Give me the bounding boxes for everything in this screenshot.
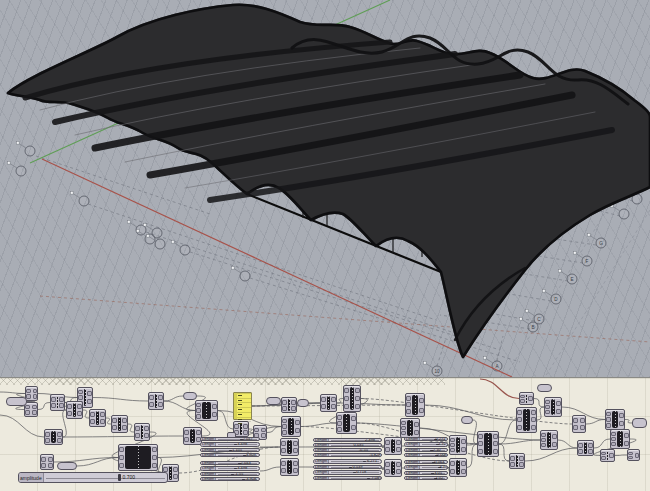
- gh-component[interactable]: [516, 407, 537, 433]
- grid-bubble[interactable]: [8, 162, 27, 177]
- annotation-dashed-line: [497, 336, 503, 361]
- grid-bubble[interactable]: [232, 267, 251, 282]
- grasshopper-canvas[interactable]: amplitude0.700Length2.047Length3.498Leng…: [0, 377, 650, 491]
- gh-number-slider[interactable]: Length0.006: [404, 453, 448, 457]
- leader-end-marker: [128, 221, 131, 224]
- gh-component[interactable]: [449, 458, 467, 477]
- gh-param-pill[interactable]: [183, 392, 197, 400]
- gh-component[interactable]: [400, 418, 420, 438]
- grid-bubble[interactable]: A: [484, 357, 503, 372]
- gh-component[interactable]: [605, 409, 625, 430]
- gh-slider-stack[interactable]: Length2.043Length3.498Length-1.55Length-…: [200, 461, 260, 481]
- gh-slider-stack[interactable]: Length2.047Length3.498Length1.155Length3…: [200, 437, 260, 457]
- gh-number-slider[interactable]: Length0.718: [313, 470, 382, 475]
- gh-component[interactable]: [336, 412, 357, 434]
- gh-component[interactable]: [89, 409, 106, 427]
- gh-param-pill[interactable]: [57, 462, 77, 470]
- gh-component[interactable]: [280, 458, 299, 476]
- grid-bubble[interactable]: [128, 221, 147, 236]
- gh-number-slider[interactable]: Length-5.828: [313, 453, 382, 457]
- gh-component[interactable]: [134, 423, 150, 441]
- grid-bubble[interactable]: [611, 205, 630, 220]
- gh-number-slider[interactable]: Length-1.55: [200, 472, 260, 476]
- gh-number-slider[interactable]: Length1.02: [404, 476, 448, 480]
- gh-number-slider[interactable]: Length-0.55: [313, 448, 382, 452]
- gh-component[interactable]: [577, 440, 594, 456]
- gh-number-slider[interactable]: Length1.70: [404, 442, 448, 446]
- gh-param-pill[interactable]: [537, 384, 552, 392]
- gh-component[interactable]: [66, 401, 83, 419]
- gh-number-slider[interactable]: Length2.047: [200, 437, 260, 441]
- grid-bubble[interactable]: C: [526, 310, 545, 325]
- gh-slider-stack[interactable]: Length0.563Length4.70Length-3.05Length1.…: [404, 460, 448, 480]
- gh-component[interactable]: [320, 394, 337, 412]
- gh-number-slider[interactable]: Length0.563: [404, 460, 448, 464]
- gh-component[interactable]: [25, 386, 38, 401]
- gh-number-slider[interactable]: Length0.275: [404, 437, 448, 441]
- gh-number-slider[interactable]: Length0.035: [313, 443, 382, 447]
- gh-component[interactable]: [600, 449, 615, 462]
- gh-component[interactable]: [572, 415, 586, 433]
- gh-wire: [164, 396, 183, 401]
- gh-component[interactable]: [477, 431, 499, 457]
- gh-component[interactable]: [343, 385, 361, 412]
- grid-bubble[interactable]: F: [574, 252, 593, 267]
- rhino-perspective-viewport[interactable]: 10AGFEDCB: [0, 0, 650, 377]
- gh-component[interactable]: [519, 392, 534, 405]
- gh-number-slider[interactable]: Length4.70: [404, 465, 448, 469]
- gh-component[interactable]: [111, 415, 128, 433]
- gh-component[interactable]: [544, 397, 562, 417]
- grid-bubble[interactable]: G: [588, 234, 607, 249]
- gh-param-pill[interactable]: [266, 397, 281, 405]
- gh-component[interactable]: [540, 430, 558, 450]
- leader-end-marker: [17, 142, 20, 145]
- gh-number-slider[interactable]: Length1.155: [200, 448, 260, 452]
- gh-number-slider[interactable]: Length6.271: [313, 459, 382, 464]
- grid-bubble[interactable]: 10: [424, 362, 443, 377]
- grid-bubble[interactable]: [172, 241, 191, 256]
- grid-bubble[interactable]: D: [543, 290, 562, 305]
- gh-data-panel[interactable]: [233, 392, 252, 420]
- gh-component[interactable]: [610, 429, 630, 449]
- gh-component[interactable]: [281, 397, 297, 413]
- gh-component[interactable]: [44, 429, 63, 445]
- gh-number-slider[interactable]: Length2.043: [200, 461, 260, 465]
- gh-slider-stack[interactable]: Length6.271Length0.539Length0.718Length-…: [313, 459, 382, 480]
- gh-number-slider[interactable]: Length-3.908: [200, 477, 260, 481]
- gh-component[interactable]: [627, 449, 640, 461]
- gh-number-slider[interactable]: Length-7.085: [313, 476, 382, 481]
- grid-bubble-label: F: [586, 259, 589, 264]
- gh-param-pill[interactable]: [6, 397, 27, 406]
- gh-number-slider[interactable]: Length0.539: [313, 465, 382, 470]
- gh-component[interactable]: [50, 394, 65, 411]
- gh-number-slider[interactable]: Length3.498: [200, 442, 260, 446]
- gh-component[interactable]: [281, 416, 301, 437]
- gh-component[interactable]: [280, 438, 299, 456]
- grid-bubble[interactable]: [71, 192, 90, 207]
- gh-number-slider[interactable]: Length-3.05: [404, 471, 448, 475]
- gh-component[interactable]: [148, 392, 164, 410]
- gh-slider-stack[interactable]: Length2.398Length0.035Length-0.55Length-…: [313, 438, 382, 457]
- canopy-surface[interactable]: [8, 5, 650, 357]
- grid-bubble[interactable]: E: [559, 270, 578, 285]
- gh-slider-stack[interactable]: Length0.275Length1.70Length-2.10Length0.…: [404, 437, 448, 457]
- gh-wire: [93, 398, 148, 402]
- gh-param-pill[interactable]: [461, 416, 473, 424]
- gh-component[interactable]: [384, 459, 402, 477]
- gh-component[interactable]: [405, 393, 425, 417]
- gh-param-pill[interactable]: [297, 399, 309, 407]
- gh-number-slider[interactable]: amplitude0.700: [18, 472, 168, 483]
- gh-component[interactable]: [40, 454, 54, 470]
- gh-number-slider[interactable]: Length3.498: [200, 466, 260, 470]
- gh-component[interactable]: [118, 444, 158, 471]
- gh-number-slider[interactable]: Length2.398: [313, 438, 382, 442]
- gh-component[interactable]: [449, 435, 467, 455]
- slider-grip[interactable]: [118, 474, 121, 481]
- gh-component[interactable]: [384, 437, 402, 455]
- gh-number-slider[interactable]: Length-2.10: [404, 448, 448, 452]
- gh-component[interactable]: [509, 453, 525, 469]
- gh-number-slider[interactable]: Length3.909: [200, 453, 260, 457]
- gh-component[interactable]: [195, 400, 218, 421]
- grid-bubble[interactable]: [17, 142, 36, 157]
- gh-param-pill[interactable]: [632, 418, 647, 428]
